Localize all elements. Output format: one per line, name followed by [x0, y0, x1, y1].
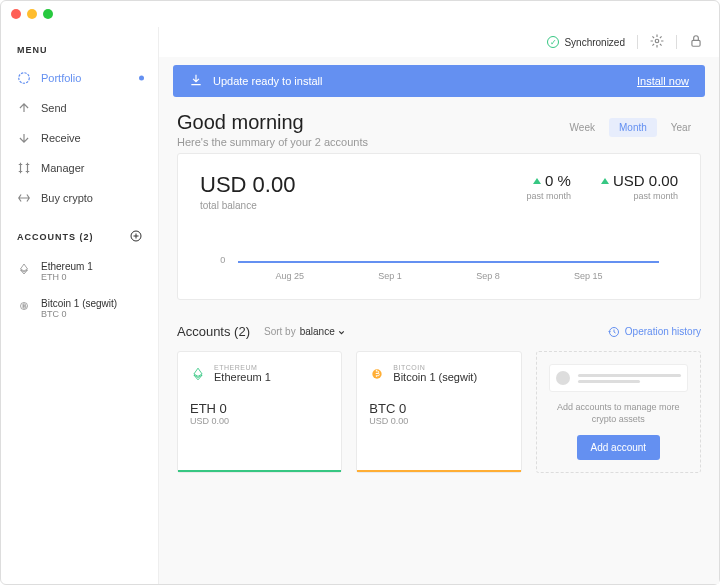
lock-icon[interactable]	[689, 34, 703, 50]
account-name: Ethereum 1	[41, 261, 93, 272]
placeholder-row	[549, 364, 688, 392]
sidebar-account-ethereum[interactable]: Ethereum 1 ETH 0	[1, 253, 158, 290]
account-card-bitcoin[interactable]: BITCOIN Bitcoin 1 (segwit) BTC 0 USD 0.0…	[356, 351, 521, 473]
pct-change-value: 0 %	[545, 172, 571, 189]
main-content: ✓ Synchronized Update ready to install I…	[159, 27, 719, 584]
chart-tick: Aug 25	[275, 271, 304, 281]
accent-bar	[178, 470, 341, 472]
svg-point-3	[655, 39, 659, 43]
window-titlebar	[1, 1, 719, 27]
maximize-window-button[interactable]	[43, 9, 53, 19]
balance-card: USD 0.00 total balance 0 % past month US…	[177, 153, 701, 300]
topbar: ✓ Synchronized	[159, 27, 719, 57]
settings-icon[interactable]	[650, 34, 664, 50]
sidebar-account-bitcoin[interactable]: Bitcoin 1 (segwit) BTC 0	[1, 290, 158, 327]
range-week-button[interactable]: Week	[560, 118, 605, 137]
svg-rect-4	[692, 40, 700, 46]
menu-header: MENU	[1, 35, 158, 63]
portfolio-icon	[17, 71, 31, 85]
sidebar-item-label: Portfolio	[41, 72, 81, 84]
sort-dropdown[interactable]: balance	[300, 326, 347, 337]
divider	[676, 35, 677, 49]
account-name: Bitcoin 1 (segwit)	[41, 298, 117, 309]
install-now-link[interactable]: Install now	[637, 75, 689, 87]
account-crypto-balance: BTC 0	[369, 401, 508, 416]
sort-label: Sort by	[264, 326, 296, 337]
sidebar-item-receive[interactable]: Receive	[1, 123, 158, 153]
update-banner: Update ready to install Install now	[173, 65, 705, 97]
add-account-card: Add accounts to manage more crypto asset…	[536, 351, 701, 473]
pct-change-label: past month	[526, 191, 571, 201]
account-balance: ETH 0	[41, 272, 93, 282]
sidebar-item-label: Buy crypto	[41, 192, 93, 204]
total-balance-label: total balance	[200, 200, 295, 211]
up-triangle-icon	[533, 178, 541, 184]
up-triangle-icon	[601, 178, 609, 184]
buy-crypto-icon	[17, 191, 31, 205]
operation-history-link[interactable]: Operation history	[608, 326, 701, 338]
send-icon	[17, 101, 31, 115]
sidebar-item-send[interactable]: Send	[1, 93, 158, 123]
chart-tick: Sep 8	[476, 271, 500, 281]
balance-chart: Aug 25 Sep 1 Sep 8 Sep 15	[200, 261, 678, 281]
add-account-button[interactable]: Add account	[577, 435, 661, 460]
add-account-text: Add accounts to manage more crypto asset…	[549, 402, 688, 425]
download-icon	[189, 73, 203, 89]
bitcoin-icon	[369, 366, 385, 382]
minimize-window-button[interactable]	[27, 9, 37, 19]
svg-point-0	[19, 73, 30, 84]
accounts-title: Accounts (2)	[177, 324, 250, 339]
accounts-header: ACCOUNTS (2)	[17, 232, 94, 242]
ethereum-icon	[17, 262, 31, 276]
crypto-chain: ETHEREUM	[214, 364, 271, 371]
add-account-icon[interactable]	[130, 229, 142, 245]
ethereum-icon	[190, 366, 206, 382]
sidebar-item-portfolio[interactable]: Portfolio	[1, 63, 158, 93]
sync-status: ✓ Synchronized	[547, 36, 625, 48]
sidebar-item-label: Receive	[41, 132, 81, 144]
chart-line	[238, 261, 659, 263]
sidebar-item-label: Manager	[41, 162, 84, 174]
receive-icon	[17, 131, 31, 145]
accent-bar	[357, 470, 520, 472]
chart-tick: Sep 15	[574, 271, 603, 281]
manager-icon	[17, 161, 31, 175]
crypto-name: Bitcoin 1 (segwit)	[393, 371, 477, 383]
sidebar-item-buy-crypto[interactable]: Buy crypto	[1, 183, 158, 213]
chart-tick: Sep 1	[378, 271, 402, 281]
banner-text: Update ready to install	[213, 75, 322, 87]
account-fiat-balance: USD 0.00	[190, 416, 329, 426]
total-balance-value: USD 0.00	[200, 172, 295, 198]
crypto-name: Ethereum 1	[214, 371, 271, 383]
account-fiat-balance: USD 0.00	[369, 416, 508, 426]
abs-change-value: USD 0.00	[613, 172, 678, 189]
check-icon: ✓	[547, 36, 559, 48]
sidebar: MENU Portfolio Send Receive Manager Buy …	[1, 27, 159, 584]
account-crypto-balance: ETH 0	[190, 401, 329, 416]
account-balance: BTC 0	[41, 309, 117, 319]
page-subtitle: Here's the summary of your 2 accounts	[177, 136, 701, 148]
bitcoin-icon	[17, 299, 31, 313]
range-month-button[interactable]: Month	[609, 118, 657, 137]
account-card-ethereum[interactable]: ETHEREUM Ethereum 1 ETH 0 USD 0.00	[177, 351, 342, 473]
range-year-button[interactable]: Year	[661, 118, 701, 137]
abs-change-label: past month	[601, 191, 678, 201]
divider	[637, 35, 638, 49]
sidebar-item-label: Send	[41, 102, 67, 114]
close-window-button[interactable]	[11, 9, 21, 19]
crypto-chain: BITCOIN	[393, 364, 477, 371]
sidebar-item-manager[interactable]: Manager	[1, 153, 158, 183]
